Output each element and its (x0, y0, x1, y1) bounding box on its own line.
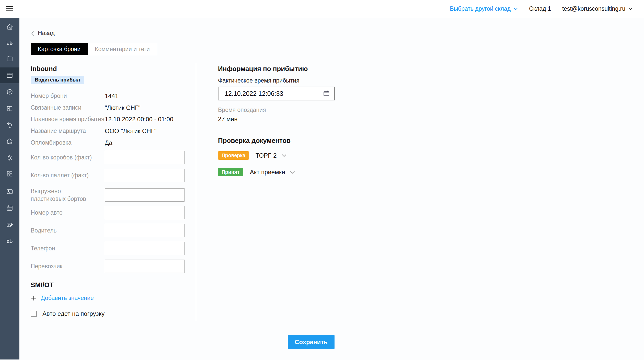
input-label: Перевозчик (31, 262, 105, 270)
input-label: Водитель (31, 227, 105, 234)
vehicle-number-input[interactable] (105, 206, 185, 219)
actual-arrival-datetime-input[interactable] (224, 90, 308, 98)
document-edit-icon (6, 221, 14, 229)
sidebar-item-contacts[interactable] (0, 184, 19, 200)
input-label: Телефон (31, 245, 105, 252)
smi-ot-title: SMI/OT (31, 281, 54, 289)
tab-comments-tags[interactable]: Комментарии и теги (88, 43, 157, 55)
calendar-icon (6, 55, 14, 63)
dock-doors-icon (6, 105, 14, 112)
id-card-icon (6, 188, 14, 195)
field-label: Номер брони (31, 92, 105, 99)
sidebar-item-home[interactable] (0, 19, 19, 35)
sidebar-item-settings[interactable] (0, 150, 19, 166)
input-label: Выгружено пластиковых бортов (31, 187, 105, 203)
save-button[interactable]: Сохранить (288, 335, 335, 349)
hamburger-menu-icon[interactable] (6, 5, 13, 13)
tabs: Карточка брони Комментарии и теги (31, 43, 157, 55)
delay-label: Время опоздания (218, 107, 266, 113)
boxes-fact-input[interactable] (105, 151, 185, 164)
chevron-left-icon (31, 30, 34, 36)
loading-checkbox-row: Авто едет на погрузку (31, 310, 105, 317)
warehouse-settings-icon (6, 137, 14, 145)
input-row: Номер авто (31, 206, 185, 219)
comments-icon (6, 88, 14, 96)
tab-label: Карточка брони (38, 46, 80, 53)
chevron-down-icon (628, 8, 632, 10)
document-name: ТОРГ-2 (256, 152, 277, 159)
sidebar-item-apps[interactable] (0, 166, 19, 182)
schedule-calendar-icon (6, 204, 14, 212)
input-row: Телефон (31, 242, 185, 255)
chevron-down-icon (290, 171, 295, 173)
settings-gear-icon (6, 154, 14, 162)
document-status-badge: Проверка (218, 151, 249, 160)
field-row: Номер брони 1441 (31, 92, 197, 100)
field-value: 12.10.2022 00:00 - 01:00 (105, 116, 173, 123)
sidebar (0, 18, 19, 359)
sidebar-item-documents-edit[interactable] (0, 217, 19, 233)
current-warehouse-label: Склад 1 (529, 5, 551, 12)
apps-grid-icon (6, 170, 14, 178)
booking-type-title: Inbound (31, 65, 57, 73)
document-row: Принят Акт приемки (218, 168, 295, 176)
shipment-truck-icon (6, 237, 14, 245)
input-label: Кол-во паллет (факт) (31, 171, 105, 179)
sidebar-item-shipments[interactable] (0, 233, 19, 249)
field-value: ООО "Лютик СНГ" (105, 127, 156, 135)
select-other-warehouse-link[interactable]: Выбрать другой склад (450, 5, 518, 12)
booking-window-icon (6, 72, 14, 79)
topbar-right: Выбрать другой склад Склад 1 test@korusc… (450, 5, 632, 12)
home-icon (6, 23, 14, 31)
document-row: Проверка ТОРГ-2 (218, 151, 286, 160)
actual-arrival-label: Фактическое время прибытия (218, 77, 300, 84)
pallets-fact-input[interactable] (105, 169, 185, 182)
field-row: Связанные записи "Лютик СНГ" (31, 104, 197, 111)
booking-card-page: Выбрать другой склад Склад 1 test@korusc… (0, 0, 644, 360)
sidebar-item-calendar[interactable] (0, 51, 19, 67)
input-row: Кол-во паллет (факт) (31, 169, 185, 182)
field-row: Плановое время прибытия 12.10.2022 00:00… (31, 116, 197, 123)
calendar-picker-icon[interactable] (323, 90, 330, 97)
sidebar-item-comments[interactable] (0, 84, 19, 100)
document-name: Акт приемки (250, 169, 285, 176)
document-dropdown[interactable] (290, 171, 295, 173)
actual-arrival-datetime-field (218, 87, 335, 100)
document-status-badge: Принят (218, 168, 243, 176)
field-label: Название маршрута (31, 127, 105, 134)
user-menu[interactable]: test@korusconsulting.ru (562, 5, 632, 12)
plastic-boards-input[interactable] (105, 188, 185, 202)
add-value-label: Добавить значение (41, 295, 94, 301)
add-value-button[interactable]: Добавить значение (31, 295, 94, 301)
sidebar-item-transport[interactable] (0, 35, 19, 51)
input-label: Номер авто (31, 209, 105, 216)
field-label: Связанные записи (31, 104, 105, 111)
delay-value: 27 мин (218, 115, 238, 123)
driver-input[interactable] (105, 224, 185, 237)
plus-icon (31, 295, 37, 301)
field-row: Название маршрута ООО "Лютик СНГ" (31, 127, 197, 135)
sidebar-item-dock-doors[interactable] (0, 101, 19, 117)
chevron-down-icon (282, 154, 286, 157)
sidebar-item-schedule[interactable] (0, 200, 19, 216)
phone-input[interactable] (105, 242, 185, 255)
field-row: Опломбировка Да (31, 139, 197, 146)
input-row: Перевозчик (31, 260, 185, 273)
chevron-down-icon (514, 8, 518, 10)
sidebar-item-bookings[interactable] (0, 67, 19, 83)
input-row: Водитель (31, 224, 185, 237)
document-dropdown[interactable] (282, 154, 286, 157)
route-icon (6, 121, 14, 129)
sidebar-item-warehouse-settings[interactable] (0, 133, 19, 149)
arrival-info-title: Информация по прибытию (218, 65, 308, 73)
field-value: "Лютик СНГ" (105, 104, 141, 111)
auto-loading-checkbox[interactable] (31, 311, 37, 317)
sidebar-item-routes[interactable] (0, 117, 19, 133)
user-email: test@korusconsulting.ru (562, 5, 625, 12)
carrier-input[interactable] (105, 260, 185, 273)
select-other-warehouse-label: Выбрать другой склад (450, 5, 511, 12)
documents-check-title: Проверка документов (218, 137, 291, 145)
tab-booking-card[interactable]: Карточка брони (31, 43, 88, 55)
column-divider (196, 63, 196, 321)
back-button[interactable]: Назад (31, 30, 55, 37)
